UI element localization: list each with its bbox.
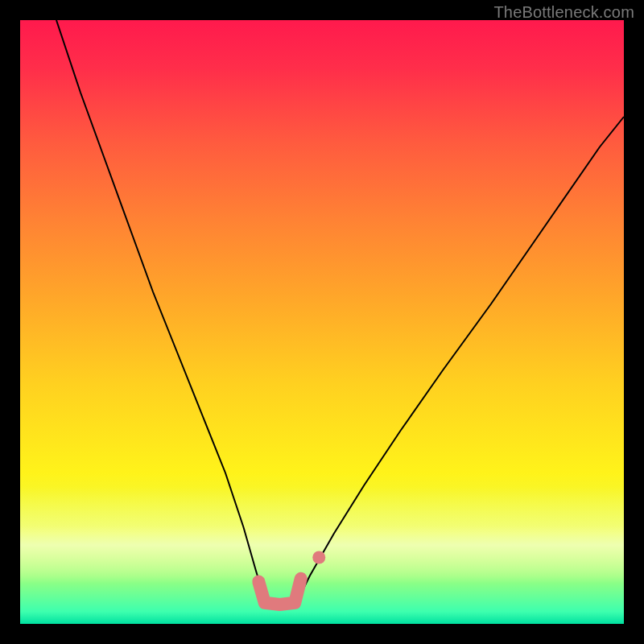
bottom-marker-dot-dot: [312, 551, 325, 564]
bottleneck-curve: [56, 20, 624, 603]
watermark-text: TheBottleneck.com: [493, 3, 634, 22]
chart-svg: [20, 20, 624, 624]
chart-frame: TheBottleneck.com: [0, 0, 644, 644]
plot-area: [20, 20, 624, 624]
bottom-marker: [258, 579, 301, 605]
